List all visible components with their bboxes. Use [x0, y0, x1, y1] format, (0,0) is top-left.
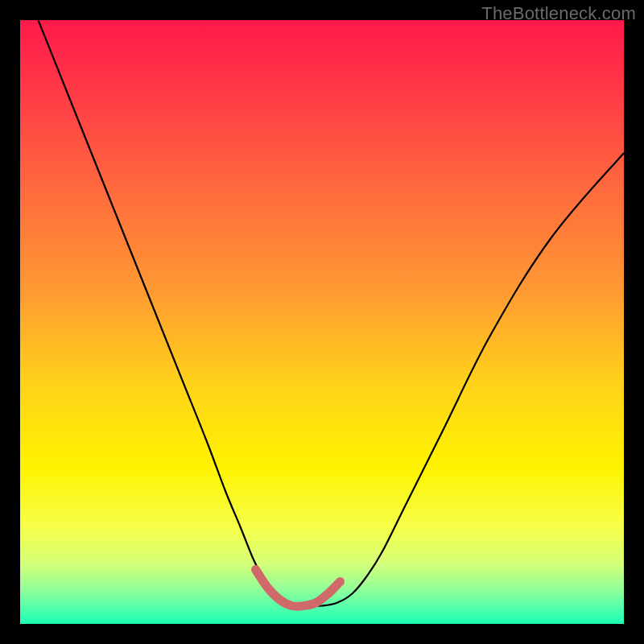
flat-marker — [256, 570, 341, 607]
plot-area — [20, 20, 624, 624]
chart-frame: TheBottleneck.com — [0, 0, 644, 644]
main-curve — [39, 20, 625, 606]
curve-layer — [20, 20, 624, 624]
watermark-text: TheBottleneck.com — [481, 3, 636, 24]
